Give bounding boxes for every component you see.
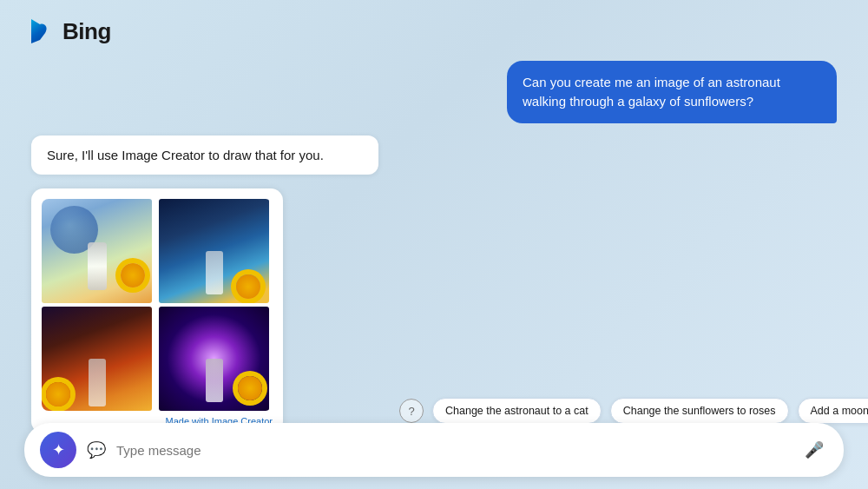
sunflower-decoration-1 <box>121 263 145 287</box>
generated-image-2[interactable] <box>159 199 269 303</box>
header: Bing <box>0 0 868 47</box>
message-input[interactable] <box>116 443 790 458</box>
generated-image-4[interactable] <box>159 307 269 411</box>
help-icon-button[interactable]: ? <box>399 399 424 423</box>
sunflower-decoration-2 <box>236 274 260 299</box>
chat-area: Can you create me an image of an astrona… <box>0 47 868 433</box>
bing-b-icon <box>24 16 56 47</box>
input-bar: ✦ 💬 🎤 <box>24 423 844 477</box>
image-grid-container: Made with Image Creator <box>31 188 283 433</box>
image-grid <box>42 199 273 411</box>
suggestion-button-2[interactable]: Change the sunflowers to roses <box>610 398 789 424</box>
sparkle-icon: ✦ <box>52 440 65 459</box>
sunflower-decoration-3 <box>46 382 70 406</box>
suggestions-row: ? Change the astronaut to a cat Change t… <box>399 398 844 424</box>
bing-logo-text: Bing <box>62 18 111 45</box>
generated-image-3[interactable] <box>42 307 152 411</box>
chat-bubble-icon: 💬 <box>87 440 106 459</box>
bot-text-message: Sure, I'll use Image Creator to draw tha… <box>31 135 378 175</box>
sunflower-decoration-4 <box>238 376 262 400</box>
mic-icon: 🎤 <box>805 440 824 459</box>
mic-button[interactable]: 🎤 <box>800 436 828 464</box>
sparkle-button[interactable]: ✦ <box>40 432 76 468</box>
bing-logo: Bing <box>24 16 111 47</box>
generated-image-1[interactable] <box>42 199 152 303</box>
user-message-bubble: Can you create me an image of an astrona… <box>507 61 837 123</box>
suggestion-button-3[interactable]: Add a moon in the background <box>798 398 869 424</box>
suggestion-button-1[interactable]: Change the astronaut to a cat <box>432 398 602 424</box>
